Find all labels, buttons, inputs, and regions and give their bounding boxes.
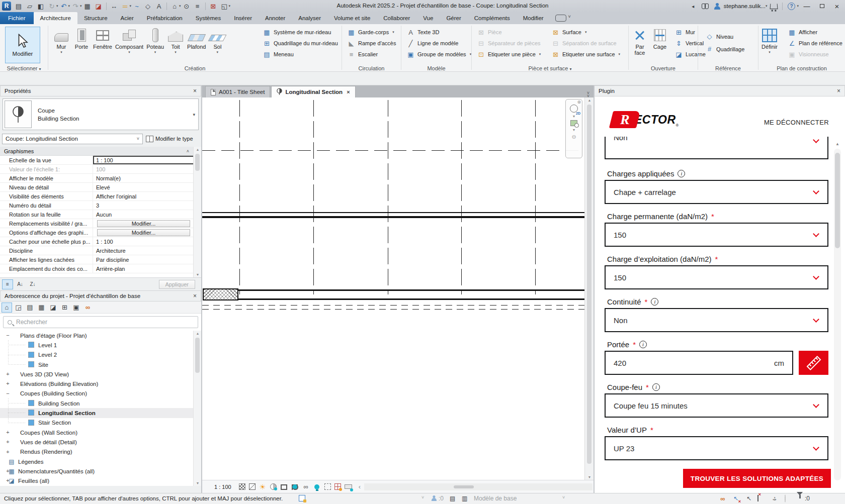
tree-item-nomenclatures-quantites-all[interactable]: +▦Nomenclatures/Quantités (all) <box>0 466 201 476</box>
ribbon-tab-acier[interactable]: Acier <box>114 12 140 24</box>
sort-ascending-icon[interactable]: A↓ <box>15 279 26 289</box>
ribbon-tab-modifier[interactable]: Modifier <box>517 12 550 24</box>
sort-descending-icon[interactable]: Z↓ <box>27 279 38 289</box>
field-continuite-select[interactable]: Non <box>605 308 828 332</box>
measure-span-button[interactable] <box>799 351 828 375</box>
ribbon-item-rampe-d-acces[interactable]: ◣Rampe d'accès <box>344 38 396 49</box>
measure-icon-arrow[interactable]: ▾ <box>130 4 132 8</box>
selection-filter-icon[interactable] <box>797 495 803 502</box>
type-combo[interactable]: Coupe: Longitudinal Section˅ <box>2 134 143 144</box>
undo-icon-arrow[interactable]: ▾ <box>68 4 70 8</box>
properties-palette-icon[interactable]: ▤ <box>14 1 24 11</box>
tree-item-level-2[interactable]: Level 2 <box>0 350 201 360</box>
tree-item-level-1[interactable]: Level 1 <box>0 340 201 350</box>
print-icon[interactable]: ▦ <box>82 1 93 11</box>
ribbon-tab-vue[interactable]: Vue <box>416 12 440 24</box>
info-icon[interactable]: i <box>678 170 685 177</box>
ribbon-item-afficher[interactable]: ▦Afficher <box>785 27 842 38</box>
browser-select-icon[interactable]: ◲ <box>13 303 24 313</box>
field-portee-input[interactable]: 420cm <box>605 351 793 375</box>
ribbon-button-poteau[interactable]: Poteau▾ <box>145 26 165 54</box>
browser-home-icon[interactable]: ⌂ <box>2 303 12 313</box>
sync-icon-arrow[interactable]: ▾ <box>56 4 58 8</box>
zoom-menu-arrow-icon[interactable]: ▾ <box>573 128 575 132</box>
browser-link-icon[interactable]: ∞ <box>82 303 93 313</box>
ribbon-item-surface[interactable]: ⊠Surface▾ <box>548 27 620 38</box>
ribbon-item-ligne-de-modele[interactable]: ╱Ligne de modèle <box>403 38 471 49</box>
collapse-arrow-icon[interactable]: ◂ <box>688 1 698 11</box>
property-row-numero-du-detail[interactable]: Numéro du détail3 <box>0 201 201 210</box>
tree-item-stair-section[interactable]: Stair Section <box>0 418 201 428</box>
panel-label-creation[interactable]: Création <box>48 65 342 71</box>
property-row-options-d-affichage-des-graphi[interactable]: Options d'affichage des graphi...Modifie… <box>0 228 201 237</box>
canvas-horizontal-scrollbar[interactable] <box>364 483 593 490</box>
vcb-collapse-icon[interactable]: ‹ <box>359 483 361 490</box>
save-icon[interactable]: ◧ <box>36 1 46 11</box>
modify-button[interactable]: Modifier <box>5 27 40 63</box>
expand-icon[interactable]: + <box>5 430 11 435</box>
property-row-afficher-les-lignes-cachees[interactable]: Afficher les lignes cachéesPar disciplin… <box>0 255 201 264</box>
properties-palette-header[interactable]: Propriétés × <box>0 85 201 96</box>
ribbon-button-toit[interactable]: Toit▾ <box>165 26 186 54</box>
background-processes-icon[interactable] <box>785 495 786 502</box>
ribbon-item-escalier[interactable]: ≡Escalier <box>344 49 396 60</box>
tree-item-longitudinal-section[interactable]: Longitudinal Section <box>0 408 201 418</box>
ribbon-button-mur[interactable]: Mur▾ <box>51 26 71 54</box>
ribbon-button-sol[interactable]: Sol▾ <box>207 26 227 54</box>
ribbon-tab-fichier[interactable]: Fichier <box>0 12 34 24</box>
store-cart-icon[interactable] <box>769 1 779 11</box>
search-icon[interactable] <box>700 1 710 11</box>
redo-icon[interactable]: ↷ <box>70 1 80 11</box>
properties-scrollbar[interactable]: ▲ ▼ <box>193 147 201 277</box>
revit-logo[interactable]: R <box>2 2 11 11</box>
tree-item-vues-de-detail-detail[interactable]: +Vues de détail (Detail) <box>0 437 201 447</box>
zoom-region-icon[interactable] <box>570 120 577 126</box>
properties-close-icon[interactable]: × <box>193 87 197 94</box>
field-charge-permanente-dan-m2-select[interactable]: 150 <box>605 223 828 247</box>
ribbon-tab-collaborer[interactable]: Collaborer <box>377 12 416 24</box>
show-crop-region-icon[interactable] <box>291 483 299 490</box>
view-tab-longitudinal-section[interactable]: Longitudinal Section× <box>271 86 355 97</box>
modify-overrides-button[interactable]: Modifier... <box>97 229 190 236</box>
property-row-valeur-de-l-echelle-1[interactable]: Valeur de l'échelle 1:100 <box>0 165 201 174</box>
sort-default-icon[interactable]: ≡ <box>2 279 13 289</box>
property-row-echelle-de-la-vue[interactable]: Echelle de la vue1 : 100 <box>0 156 201 165</box>
ribbon-item-texte-3d[interactable]: ATexte 3D <box>403 27 471 38</box>
ribbon-item-etiqueter-une-piece[interactable]: ⊡Etiqueter une pièce▾ <box>474 49 541 60</box>
sun-path-icon[interactable]: ☀ <box>259 483 267 490</box>
property-row-remplacements-visibilite-gra[interactable]: Remplacements visibilité / gra...Modifie… <box>0 219 201 228</box>
tree-item-plans-d-etage-floor-plan[interactable]: −Plans d'étage (Floor Plan) <box>0 331 201 340</box>
tree-item-elevations-building-elevation[interactable]: +Elévations (Building Elevation) <box>0 379 201 388</box>
text-icon[interactable]: A <box>154 1 164 11</box>
panel-label-workplane[interactable]: Plan de construction <box>758 65 845 71</box>
help-menu-arrow-icon[interactable]: ▾ <box>797 4 799 8</box>
expand-icon[interactable]: + <box>5 371 11 377</box>
default-3d-view-icon[interactable]: ⌂ <box>170 1 180 11</box>
ribbon-item-meneau[interactable]: ▤Meneau <box>260 49 338 60</box>
measure-icon[interactable]: ═ <box>120 1 130 11</box>
ribbon-tab-annoter[interactable]: Annoter <box>259 12 292 24</box>
ribbon-button-porte[interactable]: Porte <box>71 26 92 50</box>
property-row-emplacement-du-choix-des-co[interactable]: Emplacement du choix des co...Arrière-pl… <box>0 264 201 273</box>
ribbon-tab-architecture[interactable]: Architecture <box>34 12 77 24</box>
property-row-niveau-de-detail[interactable]: Niveau de détailElevé <box>0 183 201 192</box>
panel-label-room-area[interactable]: Pièce et surface ▾ <box>472 65 628 71</box>
ribbon-item-quadrillage-du-mur-rideau[interactable]: ⊞Quadrillage du mur-rideau <box>260 38 338 49</box>
navbar-collapse-icon[interactable]: ⊖ <box>571 134 576 140</box>
crop-view-icon[interactable] <box>280 483 288 490</box>
panel-label-model[interactable]: Modèle <box>401 65 471 71</box>
close-button[interactable]: × <box>830 1 844 12</box>
reveal-constraints-icon[interactable] <box>345 483 352 490</box>
plugin-header[interactable]: Plugin × <box>595 85 845 96</box>
workset-collapse-icon[interactable]: ˅ <box>421 495 424 500</box>
browser-legends-icon[interactable]: ▤ <box>25 303 35 313</box>
project-browser-header[interactable]: Arborescence du projet - Projet d'échant… <box>0 290 201 301</box>
field-valeur-d-up-select[interactable]: UP 23 <box>605 436 828 460</box>
minimize-button[interactable]: — <box>800 1 814 12</box>
browser-close-icon[interactable]: × <box>193 292 197 299</box>
switch-windows-icon-arrow[interactable]: ▾ <box>229 4 231 8</box>
restore-button[interactable] <box>815 1 829 12</box>
ribbon-item-niveau[interactable]: ◇Niveau <box>702 30 744 43</box>
navigation-bar[interactable]: ⊗ ▾ ▾ ⊖ <box>565 99 582 158</box>
ribbon-item-etiqueter-une-surface[interactable]: ⊠Etiqueter une surface▾ <box>548 49 620 60</box>
